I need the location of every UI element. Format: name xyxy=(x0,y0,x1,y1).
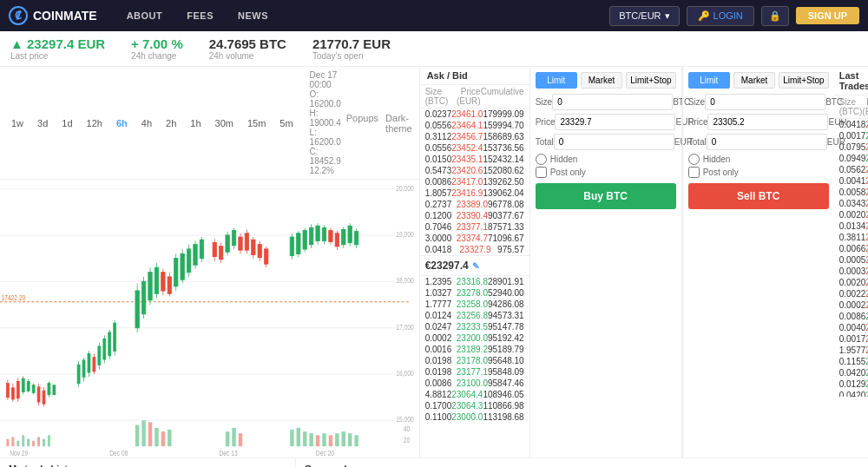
ob-bid-row[interactable]: 1.032723278.052940.00 xyxy=(420,287,529,299)
ob-ask-row[interactable]: 0.055623464.1159994.70 xyxy=(420,120,529,131)
ob-ask-row[interactable]: 0.120023390.490377.67 xyxy=(420,210,529,221)
nav-fees[interactable]: FEES xyxy=(174,0,226,31)
tf-5m[interactable]: 5m xyxy=(275,116,297,130)
ob-bid-row[interactable]: 0.008623100.095847.46 xyxy=(420,378,529,389)
lt-trade-row: 0.004123306.214:07:27 xyxy=(834,175,868,187)
ob-bid-row[interactable]: 4.881223064.4108946.05 xyxy=(420,389,529,400)
limit-button[interactable]: Limit xyxy=(536,72,577,89)
ob-ask-row[interactable]: 0.704623377.187571.33 xyxy=(420,221,529,233)
dark-theme-toggle[interactable]: Dark-theme xyxy=(385,113,412,134)
buy-size-input[interactable] xyxy=(552,94,673,110)
sell-market-button[interactable]: Market xyxy=(733,72,775,89)
stat-volume: 24.7695 BTC 24h volume xyxy=(209,36,286,61)
logo: ₡ COINMATE xyxy=(9,6,97,25)
svg-text:Nov 29: Nov 29 xyxy=(10,449,28,457)
svg-rect-131 xyxy=(303,431,306,446)
sell-total-input[interactable] xyxy=(707,134,827,150)
buy-button[interactable]: Buy BTC xyxy=(536,183,676,209)
sell-limit-stop-button[interactable]: Limit+Stop xyxy=(779,72,829,89)
order-book-header: Ask / Bid xyxy=(420,67,529,85)
stat-change-value: + 7.00 % xyxy=(131,36,183,51)
ob-ask-row[interactable]: 0.015023435.1152432.14 xyxy=(420,154,529,165)
chart-container[interactable]: 20,000 19,000 18,000 17,000 16,000 15,00… xyxy=(0,180,419,457)
tf-1d[interactable]: 1d xyxy=(57,116,76,130)
ob-bid-row[interactable]: 0.024723233.595147.78 xyxy=(420,321,529,332)
lt-col-size: Size (BTC) xyxy=(839,97,863,116)
stat-price-value: ▲ 23297.4 EUR xyxy=(10,36,105,51)
ob-bid-row[interactable]: 0.000223200.095192.42 xyxy=(420,332,529,344)
svg-rect-115 xyxy=(27,439,30,447)
lock-button[interactable]: 🔒 xyxy=(761,6,789,26)
radio-row: Hidden xyxy=(536,154,676,165)
sell-price-row: Price EUR xyxy=(688,114,829,130)
lt-trade-row: 0.000523400.713:55:36 xyxy=(834,254,868,266)
ob-ask-row[interactable]: 0.008623417.0139262.50 xyxy=(420,176,529,187)
svg-text:18,000: 18,000 xyxy=(396,276,414,285)
tf-12h[interactable]: 12h xyxy=(82,116,107,130)
ob-ask-row[interactable]: 0.041823327.9975.57 xyxy=(420,244,529,255)
lt-trade-row: 0.005823306.414:03:43 xyxy=(834,187,868,198)
ob-ask-row[interactable]: 0.547323420.6152080.62 xyxy=(420,165,529,176)
chart-right-controls: Popups Dark-theme xyxy=(346,113,412,134)
market-button[interactable]: Market xyxy=(581,72,622,89)
login-button[interactable]: 🔑 LOGIN xyxy=(687,6,754,26)
svg-rect-113 xyxy=(16,441,19,446)
ob-bid-row[interactable]: 0.001623189.295189.79 xyxy=(420,344,529,355)
lt-trade-row: 0.094923291.014:07:47 xyxy=(834,153,868,164)
svg-rect-123 xyxy=(155,428,158,446)
ob-bid-row[interactable]: 1.239523316.828901.91 xyxy=(420,276,529,287)
ob-ask-row[interactable]: 1.805723416.9139062.04 xyxy=(420,187,529,199)
ask-rows: 0.023723461.0179999.090.055623464.115999… xyxy=(420,109,529,255)
ob-bid-row[interactable]: 0.019823177.195848.09 xyxy=(420,366,529,378)
svg-rect-121 xyxy=(141,420,145,446)
ob-ask-row[interactable]: 0.023723461.0179999.09 xyxy=(420,109,529,120)
tf-30m[interactable]: 30m xyxy=(211,116,238,130)
tf-6h[interactable]: 6h xyxy=(112,116,132,130)
svg-text:16,000: 16,000 xyxy=(396,369,414,378)
popups-toggle[interactable]: Popups xyxy=(346,113,378,134)
sell-price-input[interactable] xyxy=(707,114,828,130)
post-only-checkbox[interactable] xyxy=(536,167,547,178)
pair-selector[interactable]: BTC/EUR ▾ xyxy=(609,6,679,26)
nav-about[interactable]: ABOUT xyxy=(115,0,175,31)
ob-bid-row[interactable]: 0.110023000.0113198.68 xyxy=(420,411,529,423)
sell-form: Limit Market Limit+Stop Size BTC Price E… xyxy=(682,67,834,457)
stat-change-label: 24h change xyxy=(131,51,183,61)
tf-2h[interactable]: 2h xyxy=(161,116,181,130)
sell-post-only-checkbox[interactable] xyxy=(688,167,700,178)
stat-price-label: Last price xyxy=(10,51,105,61)
limit-stop-button[interactable]: Limit+Stop xyxy=(626,72,676,89)
svg-rect-124 xyxy=(161,431,165,446)
ob-bid-row[interactable]: 1.777723258.094286.08 xyxy=(420,299,529,310)
tf-4h[interactable]: 4h xyxy=(137,116,156,130)
tf-1w[interactable]: 1w xyxy=(7,116,28,130)
svg-rect-137 xyxy=(342,431,345,446)
lt-trade-row: 0.002223390.013:52:30 xyxy=(834,288,868,299)
buy-price-input[interactable] xyxy=(555,114,675,130)
svg-rect-127 xyxy=(232,428,235,446)
sell-size-input[interactable] xyxy=(705,94,825,110)
svg-rect-133 xyxy=(316,435,319,446)
ob-bid-row[interactable]: 0.019823178.095648.10 xyxy=(420,355,529,366)
ob-bid-row[interactable]: 0.170023064.3110866.98 xyxy=(420,400,529,411)
sell-hidden-radio[interactable] xyxy=(688,154,700,165)
ob-bid-row[interactable]: 0.012423256.894573.31 xyxy=(420,310,529,321)
edit-icon[interactable]: ✎ xyxy=(472,261,479,271)
ob-ask-row[interactable]: 0.273723389.096778.08 xyxy=(420,199,529,210)
tf-1h[interactable]: 1h xyxy=(186,116,205,130)
ob-ask-row[interactable]: 0.055623452.4153736.56 xyxy=(420,142,529,154)
ob-ask-row[interactable]: 3.000023374.771096.67 xyxy=(420,233,529,244)
chart-area: 1w 3d 1d 12h 6h 4h 2h 1h 30m 15m 5m Dec … xyxy=(0,67,420,457)
buy-total-input[interactable] xyxy=(554,134,674,150)
tf-15m[interactable]: 15m xyxy=(243,116,270,130)
ob-ask-row[interactable]: 0.311223456.7158689.63 xyxy=(420,131,529,142)
signup-button[interactable]: SIGN UP xyxy=(796,7,859,24)
trade-history-header-row: My trade history xyxy=(9,464,286,467)
hidden-radio[interactable] xyxy=(536,154,547,165)
tf-3d[interactable]: 3d xyxy=(33,116,52,130)
sell-button[interactable]: Sell BTC xyxy=(688,183,829,209)
svg-text:40: 40 xyxy=(404,424,411,433)
order-book: Ask / Bid Size (BTC) Price (EUR) Cumulat… xyxy=(420,67,530,457)
sell-limit-button[interactable]: Limit xyxy=(688,72,730,89)
nav-news[interactable]: NEWS xyxy=(226,0,280,31)
